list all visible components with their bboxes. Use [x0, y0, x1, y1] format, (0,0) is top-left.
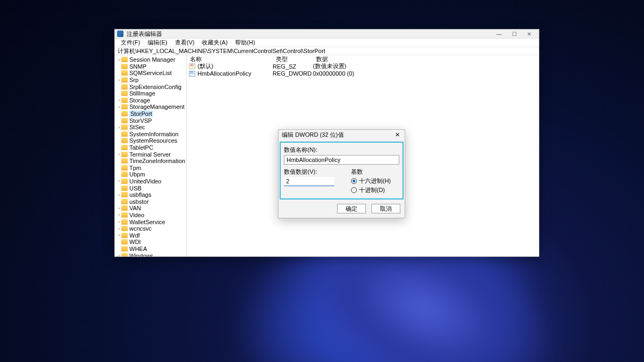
- tree-item[interactable]: >Session Manager: [115, 56, 186, 63]
- folder-icon: [121, 239, 128, 245]
- tree-item[interactable]: StorPort: [115, 110, 186, 117]
- tree-item-label: SNMP: [129, 63, 147, 70]
- folder-icon: [121, 253, 128, 256]
- tree-item[interactable]: SNMP: [115, 63, 186, 70]
- chevron-icon[interactable]: >: [116, 233, 121, 238]
- tree-item-label: usbflags: [129, 191, 151, 198]
- maximize-button[interactable]: ☐: [507, 29, 522, 39]
- tree-item-label: Terminal Server: [129, 151, 171, 158]
- list-header: 名称 类型 数据: [187, 55, 539, 63]
- dialog-titlebar[interactable]: 编辑 DWORD (32 位)值 ✕: [279, 130, 405, 139]
- base-label: 基数: [351, 168, 399, 176]
- cancel-button[interactable]: 取消: [371, 204, 400, 213]
- menu-favorites[interactable]: 收藏夹(A): [199, 39, 231, 47]
- list-row[interactable]: (默认) REG_SZ (数值未设置): [187, 63, 539, 70]
- folder-icon: [121, 57, 128, 62]
- chevron-icon[interactable]: >: [116, 125, 121, 130]
- tree-item-label: TimeZoneInformation: [129, 158, 185, 164]
- addressbar[interactable]: 计算机\HKEY_LOCAL_MACHINE\SYSTEM\CurrentCon…: [115, 47, 539, 55]
- tree-item-label: VAN: [129, 205, 141, 211]
- tree-item[interactable]: >Wdf: [115, 232, 186, 239]
- tree-item[interactable]: SystemInformation: [115, 131, 186, 138]
- tree-item[interactable]: >VAN: [115, 205, 186, 212]
- tree-item[interactable]: >StorageManagement: [115, 104, 186, 110]
- folder-icon: [121, 179, 128, 184]
- tree-item[interactable]: Tpm: [115, 165, 186, 172]
- tree-item-label: SystemInformation: [129, 131, 179, 137]
- menu-file[interactable]: 文件(F): [118, 39, 143, 47]
- list-panel[interactable]: 名称 类型 数据 (默认) REG_SZ (数值未设置) HmbAllocati…: [187, 55, 539, 256]
- chevron-icon[interactable]: >: [116, 57, 121, 62]
- menu-view[interactable]: 查看(V): [172, 39, 198, 47]
- tree-item-label: Ubpm: [129, 171, 145, 178]
- tree-item[interactable]: >UnitedVideo: [115, 178, 186, 185]
- folder-icon: [121, 219, 128, 225]
- tree-item[interactable]: USB: [115, 184, 186, 191]
- tree-item-label: Wdf: [129, 232, 140, 239]
- value-name: HmbAllocationPolicy: [197, 70, 273, 77]
- menu-edit[interactable]: 编辑(E): [144, 39, 171, 47]
- chevron-icon[interactable]: >: [116, 219, 121, 224]
- tree-item-label: Session Manager: [129, 56, 175, 63]
- radio-icon: [351, 178, 357, 184]
- col-header-name[interactable]: 名称: [187, 55, 273, 63]
- chevron-icon[interactable]: >: [116, 253, 121, 256]
- folder-icon: [121, 118, 128, 123]
- folder-icon: [121, 138, 128, 143]
- col-header-data[interactable]: 数据: [313, 55, 539, 63]
- chevron-icon[interactable]: >: [116, 105, 121, 109]
- window-title: 注册表编辑器: [127, 30, 492, 38]
- chevron-icon[interactable]: >: [116, 193, 121, 197]
- tree-item[interactable]: >StSec: [115, 124, 186, 131]
- address-path: 计算机\HKEY_LOCAL_MACHINE\SYSTEM\CurrentCon…: [118, 47, 325, 55]
- tree-item[interactable]: >Storage: [115, 97, 186, 104]
- tree-item[interactable]: >Video: [115, 212, 186, 219]
- tree-item[interactable]: TimeZoneInformation: [115, 158, 186, 165]
- name-label: 数值名称(N):: [284, 146, 399, 154]
- chevron-icon[interactable]: >: [116, 179, 121, 183]
- folder-icon: [121, 77, 128, 83]
- tree-item[interactable]: SystemResources: [115, 137, 186, 144]
- tree-item[interactable]: >Windows: [115, 252, 186, 256]
- tree-item[interactable]: TabletPC: [115, 144, 186, 151]
- tree-item[interactable]: SQMServiceList: [115, 70, 186, 77]
- dialog-buttons: 确定 取消: [283, 204, 400, 213]
- tree-item[interactable]: >usbflags: [115, 191, 186, 198]
- chevron-icon[interactable]: >: [116, 212, 121, 217]
- tree-item[interactable]: >Terminal Server: [115, 151, 186, 158]
- col-header-type[interactable]: 类型: [273, 55, 313, 63]
- value-data-input[interactable]: [284, 177, 334, 186]
- folder-icon: [121, 192, 128, 197]
- close-button[interactable]: ✕: [522, 29, 537, 39]
- tree-item-label: wcncsvc: [129, 225, 152, 232]
- chevron-icon[interactable]: >: [116, 78, 121, 83]
- menu-help[interactable]: 帮助(H): [232, 39, 258, 47]
- value-data: 0x00000000 (0): [313, 70, 539, 77]
- tree-panel[interactable]: >Session ManagerSNMPSQMServiceList>SrpSr…: [115, 55, 187, 256]
- tree-item[interactable]: WHEA: [115, 246, 186, 253]
- chevron-icon[interactable]: >: [116, 98, 121, 102]
- minimize-button[interactable]: —: [492, 29, 507, 39]
- tree-item[interactable]: >wcncsvc: [115, 225, 186, 232]
- window-controls: — ☐ ✕: [492, 29, 537, 39]
- tree-item[interactable]: Ubpm: [115, 171, 186, 178]
- tree-item[interactable]: usbstor: [115, 198, 186, 205]
- dialog-close-button[interactable]: ✕: [393, 131, 401, 138]
- tree-item[interactable]: WDI: [115, 239, 186, 246]
- tree-item[interactable]: StorVSP: [115, 117, 186, 124]
- chevron-icon[interactable]: >: [116, 226, 121, 231]
- chevron-icon[interactable]: >: [116, 206, 121, 211]
- tree-item[interactable]: StillImage: [115, 90, 186, 97]
- app-icon: [117, 31, 123, 37]
- tree-item[interactable]: >WalletService: [115, 218, 186, 225]
- ok-button[interactable]: 确定: [337, 204, 366, 213]
- tree-item[interactable]: SrpExtensionConfig: [115, 83, 186, 90]
- radio-hex[interactable]: 十六进制(H): [351, 177, 399, 185]
- chevron-icon[interactable]: >: [116, 152, 121, 157]
- name-input[interactable]: [284, 155, 399, 165]
- list-row[interactable]: HmbAllocationPolicy REG_DWORD 0x00000000…: [187, 70, 539, 78]
- value-type: REG_SZ: [273, 63, 313, 70]
- tree-item[interactable]: >Srp: [115, 77, 186, 84]
- radio-dec[interactable]: 十进制(D): [351, 186, 399, 194]
- titlebar[interactable]: 注册表编辑器 — ☐ ✕: [115, 29, 539, 39]
